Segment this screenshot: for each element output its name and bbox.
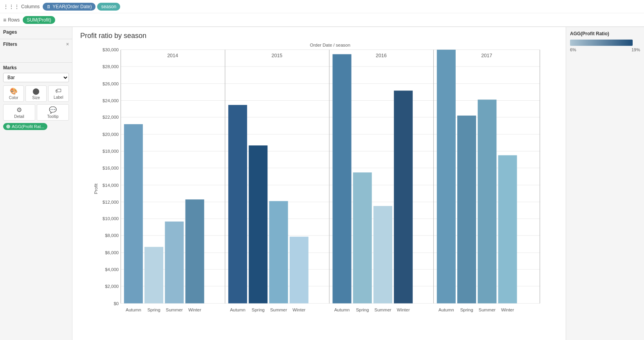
year-pill[interactable]: 🗓 YEAR(Order Date) [43, 3, 96, 11]
rows-row: ≡ Rows SUM(Profit) [0, 13, 644, 27]
detail-button[interactable]: ⚙ Detail [3, 104, 35, 121]
marks-detail-row: ⚙ Detail 💬 Tooltip [3, 104, 69, 121]
filters-section: Filters × [0, 39, 72, 63]
tooltip-button[interactable]: 💬 Tooltip [37, 104, 69, 121]
y-tick-0: $0 [114, 301, 119, 306]
bar-2014-autumn[interactable] [124, 124, 143, 303]
season-pill[interactable]: season [97, 3, 120, 11]
pages-title: Pages [3, 29, 69, 35]
label-button[interactable]: 🏷 Label [48, 85, 69, 102]
columns-label: ⋮⋮⋮ Columns [3, 4, 40, 10]
pages-section: Pages [0, 27, 72, 39]
agg-dot [6, 125, 10, 128]
season-2014-autumn: Autumn [126, 307, 141, 312]
season-2017-summer: Summer [479, 307, 496, 312]
bar-2015-autumn[interactable] [228, 105, 247, 304]
top-bar: ⋮⋮⋮ Columns 🗓 YEAR(Order Date) season ≡ … [0, 0, 644, 27]
y-tick-14000: $14,000 [103, 183, 119, 188]
y-tick-26000: $26,000 [103, 81, 119, 86]
y-tick-6000: $6,000 [105, 250, 119, 255]
bar-2014-spring[interactable] [144, 247, 163, 303]
year-2015: 2015 [272, 53, 283, 58]
season-2015-autumn: Autumn [230, 307, 245, 312]
y-tick-12000: $12,000 [103, 200, 119, 204]
bar-2016-autumn[interactable] [332, 54, 351, 303]
marks-type-select[interactable]: Bar [3, 73, 69, 82]
filters-title: Filters × [3, 42, 69, 47]
rows-icon: ≡ [3, 17, 6, 23]
bar-2015-winter[interactable] [290, 237, 308, 303]
season-2017-winter: Winter [501, 307, 514, 312]
season-2015-winter: Winter [292, 307, 305, 312]
chart-title: Profit ratio by season [72, 27, 566, 42]
bar-2014-summer[interactable] [165, 222, 184, 304]
size-button[interactable]: ⬤ Size [25, 85, 46, 102]
bar-2015-spring[interactable] [249, 145, 267, 303]
bar-2017-summer[interactable] [478, 99, 496, 303]
y-tick-30000: $30,000 [103, 47, 119, 52]
y-tick-20000: $20,000 [103, 132, 119, 137]
season-2016-autumn: Autumn [334, 307, 350, 312]
y-tick-28000: $28,000 [103, 64, 119, 69]
year-2014: 2014 [167, 53, 178, 58]
season-2015-summer: Summer [270, 307, 287, 312]
legend-title: AGG(Profit Ratio) [570, 31, 640, 36]
agg-pill[interactable]: AGG(Profit Rat... [3, 123, 47, 130]
content-area: Profit ratio by season Profit [72, 27, 566, 340]
legend-gradient [570, 40, 633, 46]
size-icon: ⬤ [32, 87, 40, 95]
bar-2017-autumn[interactable] [437, 50, 456, 304]
legend-labels: 6% 19% [570, 47, 640, 52]
main-container: Pages Filters × Marks Bar 🎨 Color [0, 27, 644, 340]
color-icon: 🎨 [10, 87, 18, 95]
season-2015-spring: Spring [252, 307, 265, 312]
season-2017-spring: Spring [460, 307, 473, 312]
marks-title: Marks [3, 65, 69, 71]
season-2014-winter: Winter [188, 307, 201, 312]
y-tick-8000: $8,000 [105, 233, 119, 238]
legend-min: 6% [570, 47, 576, 52]
bar-2016-spring[interactable] [353, 172, 372, 303]
chart-svg: Profit [76, 42, 562, 336]
y-tick-22000: $22,000 [103, 115, 119, 119]
tooltip-icon: 💬 [49, 106, 57, 114]
rows-label: ≡ Rows [3, 17, 20, 23]
season-2016-spring: Spring [356, 307, 369, 312]
legend-panel: AGG(Profit Ratio) 6% 19% [566, 27, 644, 340]
y-tick-4000: $4,000 [105, 267, 119, 272]
profit-pill[interactable]: SUM(Profit) [23, 16, 55, 24]
bar-2014-winter[interactable] [185, 199, 204, 303]
season-2016-winter: Winter [397, 307, 410, 312]
bar-2017-winter[interactable] [498, 155, 517, 303]
sidebar: Pages Filters × Marks Bar 🎨 Color [0, 27, 72, 340]
season-2014-spring: Spring [147, 307, 160, 312]
marks-section: Marks Bar 🎨 Color ⬤ Size 🏷 Label [0, 63, 72, 132]
bar-2015-summer[interactable] [269, 201, 288, 303]
season-2014-summer: Summer [166, 307, 183, 312]
year-2016: 2016 [376, 53, 387, 58]
columns-icon: ⋮⋮⋮ [3, 4, 20, 10]
y-axis-title: Profit [94, 183, 98, 194]
x-group-label: Order Date / season [310, 43, 350, 47]
season-2017-autumn: Autumn [438, 307, 454, 312]
color-button[interactable]: 🎨 Color [3, 85, 24, 102]
year-2017: 2017 [481, 53, 492, 58]
chart-wrapper: Profit [72, 42, 566, 340]
y-tick-2000: $2,000 [105, 284, 119, 289]
season-2016-summer: Summer [374, 307, 391, 312]
y-tick-18000: $18,000 [103, 149, 119, 154]
bar-2017-spring[interactable] [457, 116, 476, 303]
label-icon: 🏷 [55, 87, 61, 94]
bar-2016-summer[interactable] [373, 206, 392, 304]
filters-close-icon[interactable]: × [66, 42, 69, 47]
detail-icon: ⚙ [16, 106, 22, 114]
y-tick-10000: $10,000 [103, 216, 119, 221]
y-tick-16000: $16,000 [103, 166, 119, 170]
marks-buttons: 🎨 Color ⬤ Size 🏷 Label [3, 85, 69, 102]
legend-max: 19% [631, 47, 640, 52]
bar-2016-winter[interactable] [394, 90, 413, 303]
columns-row: ⋮⋮⋮ Columns 🗓 YEAR(Order Date) season [0, 0, 644, 13]
y-tick-24000: $24,000 [103, 98, 119, 103]
